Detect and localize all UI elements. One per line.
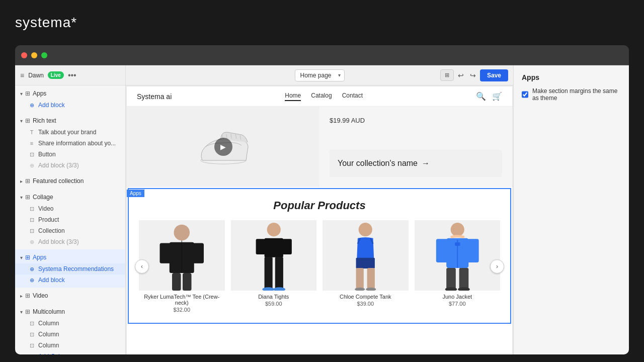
product-item[interactable]: ⊡ Product	[15, 214, 125, 225]
traffic-light-green[interactable]	[41, 52, 47, 58]
sidebar-group-header-multicolumn[interactable]: ▾ ⊞ Multicolumn	[15, 306, 125, 318]
hero-video: ▶	[127, 107, 319, 187]
page-selector[interactable]: Home page About Contact	[295, 69, 345, 81]
product-card-1[interactable]: Ryker LumaTech™ Tee (Crew-neck) $32.00	[139, 220, 225, 313]
apps-1-icon: ⊞	[25, 90, 30, 97]
play-button[interactable]: ▶	[214, 138, 232, 156]
traffic-light-red[interactable]	[21, 52, 27, 58]
save-button[interactable]: Save	[480, 69, 508, 81]
arrow-icon: ▾	[20, 118, 23, 124]
text-icon: T	[28, 129, 35, 135]
product-figure-3	[323, 220, 409, 291]
undo-btn[interactable]: ↩	[456, 69, 466, 81]
add-block-1-label: Add block	[38, 102, 65, 109]
add-block-2-label: Add block (3/3)	[38, 162, 79, 169]
product-img-4	[415, 220, 501, 291]
share-info-item[interactable]: ≡ Share information about yo...	[15, 138, 125, 149]
cart-icon[interactable]: 🛒	[492, 92, 502, 101]
panel-option-margins: Make section margins the same as theme	[522, 87, 621, 102]
add-block-4-item[interactable]: ⊕ Add block	[15, 275, 125, 286]
svg-rect-4	[192, 243, 204, 263]
logo: systema*	[15, 15, 77, 31]
product-card-3[interactable]: Chloe Compete Tank $39.00	[323, 220, 409, 313]
right-panel: Apps Make section margins the same as th…	[513, 65, 629, 354]
svg-rect-26	[436, 239, 448, 262]
sidebar-group-video: ▸ ⊞ Video	[15, 288, 125, 304]
traffic-light-yellow[interactable]	[31, 52, 37, 58]
product-card-4[interactable]: Juno Jacket $77.00	[415, 220, 501, 313]
popular-products-section-wrapper: Apps Popular Products ‹	[127, 188, 512, 324]
sidebar-group-collage: ▾ ⊞ Collage ⊡ Video ⊡ Product ⊡ Collecti…	[15, 189, 125, 249]
product-label: Product	[38, 216, 59, 223]
apps-1-label: Apps	[33, 90, 46, 97]
right-panel-title: Apps	[522, 73, 621, 81]
collection-icon: ⊡	[28, 228, 35, 234]
nav-catalog[interactable]: Catalog	[311, 92, 332, 101]
apps-2-label: Apps	[33, 254, 46, 261]
video-section-label: Video	[33, 292, 48, 299]
multicolumn-icon: ⊞	[25, 308, 30, 315]
product-img-2	[231, 220, 317, 291]
product-price-4: $77.00	[415, 301, 501, 307]
button-icon: ⊡	[28, 151, 35, 158]
add-column-label: Add Column	[38, 353, 71, 354]
section-margins-label: Make section margins the same as theme	[532, 87, 621, 102]
add-block-4-label: Add block	[38, 277, 65, 284]
collection-arrow-icon: →	[422, 159, 430, 168]
collection-item[interactable]: ⊡ Collection	[15, 225, 125, 236]
sidebar-group-header-rich-text[interactable]: ▾ ⊞ Rich text	[15, 115, 125, 127]
arrow-icon: ▾	[20, 195, 23, 200]
column-1-item[interactable]: ⊡ Column	[15, 318, 125, 329]
collapse-sidebar-icon[interactable]: ≡	[20, 71, 24, 79]
svg-rect-21	[367, 268, 375, 289]
responsive-btn[interactable]: ⊞	[440, 69, 454, 81]
column-3-item[interactable]: ⊡ Column	[15, 340, 125, 351]
column-2-label: Column	[38, 331, 59, 338]
column-icon: ⊡	[28, 342, 35, 349]
sidebar-group-header-featured[interactable]: ▸ ⊞ Featured collection	[15, 175, 125, 187]
carousel-prev-btn[interactable]: ‹	[135, 259, 149, 274]
more-options-icon[interactable]: •••	[68, 71, 76, 80]
browser-chrome	[15, 45, 629, 65]
canvas-area: Systema ai Home Catalog Contact 🔍 🛒	[126, 85, 513, 354]
column-2-item[interactable]: ⊡ Column	[15, 329, 125, 340]
sidebar-group-apps-1: ▾ ⊞ Apps ⊕ Add block	[15, 85, 125, 113]
talk-about-item[interactable]: T Talk about your brand	[15, 127, 125, 138]
sidebar-group-header-video[interactable]: ▸ ⊞ Video	[15, 290, 125, 302]
product-card-2[interactable]: Diana Tights $59.00	[231, 220, 317, 313]
section-margins-checkbox[interactable]	[522, 91, 528, 98]
systema-rec-1-item[interactable]: ⊕ Systema Recommendations	[15, 263, 125, 275]
sidebar-group-rich-text: ▾ ⊞ Rich text T Talk about your brand ≡ …	[15, 113, 125, 173]
nav-contact[interactable]: Contact	[342, 92, 363, 101]
nav-home[interactable]: Home	[285, 92, 301, 101]
sidebar-group-header-apps-1[interactable]: ▾ ⊞ Apps	[15, 87, 125, 100]
search-icon[interactable]: 🔍	[476, 92, 486, 101]
preview-frame: Systema ai Home Catalog Contact 🔍 🛒	[127, 86, 512, 354]
store-header-icons: 🔍 🛒	[476, 92, 502, 101]
add-column-item[interactable]: ⊕ Add Column	[15, 351, 125, 354]
svg-rect-6	[183, 273, 192, 291]
hero-right: $19.99 AUD Your collection's name →	[319, 107, 512, 187]
video-section-icon: ⊞	[25, 292, 30, 299]
carousel-next-btn[interactable]: ›	[490, 259, 504, 274]
add-block-1-item[interactable]: ⊕ Add block	[15, 100, 125, 111]
sidebar-group-header-apps-2[interactable]: ▾ ⊞ Apps	[15, 251, 125, 263]
products-grid: Ryker LumaTech™ Tee (Crew-neck) $32.00	[139, 220, 500, 313]
page-selector-wrapper: Home page About Contact	[295, 69, 345, 81]
sidebar-group-header-collage[interactable]: ▾ ⊞ Collage	[15, 191, 125, 203]
video-icon: ⊡	[28, 206, 35, 212]
theme-name: Dawn	[28, 72, 44, 79]
store-nav: Home Catalog Contact	[285, 92, 363, 101]
product-price-3: $39.00	[323, 301, 409, 307]
column-icon: ⊡	[28, 331, 35, 338]
collection-link[interactable]: Your collection's name →	[338, 159, 494, 168]
svg-point-1	[174, 225, 190, 241]
add-disabled-icon: ⊕	[28, 239, 35, 245]
product-name-1: Ryker LumaTech™ Tee (Crew-neck)	[139, 294, 225, 306]
arrow-icon: ▾	[20, 255, 23, 260]
video-item[interactable]: ⊡ Video	[15, 203, 125, 214]
button-item[interactable]: ⊡ Button	[15, 149, 125, 160]
products-carousel-wrapper: ‹	[139, 220, 500, 313]
redo-btn[interactable]: ↪	[468, 69, 478, 81]
product-img-1	[139, 220, 225, 291]
